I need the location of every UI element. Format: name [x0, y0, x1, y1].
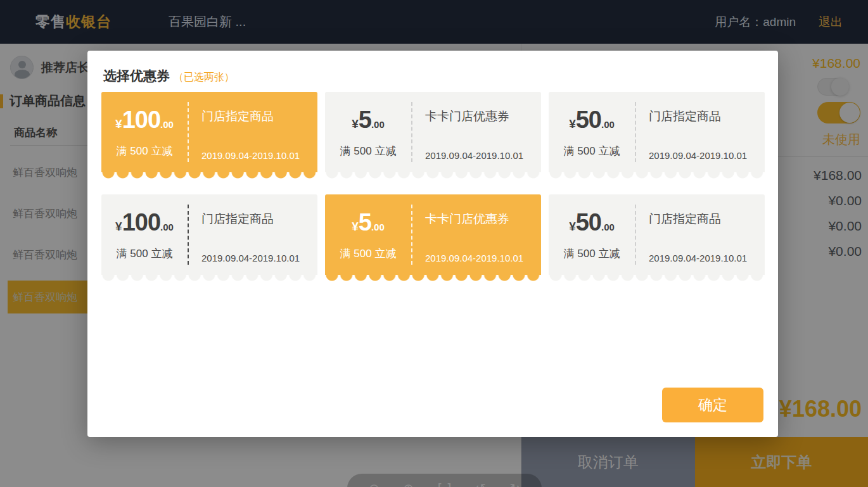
- coupon-title: 卡卡门店优惠券: [425, 108, 509, 125]
- coupon-divider: [411, 102, 412, 162]
- coupon-condition: 满 500 立减: [564, 246, 620, 261]
- coupon-scallop-edge: [101, 172, 317, 179]
- coupon-condition: 满 500 立减: [340, 246, 397, 261]
- coupon-title: 门店指定商品: [649, 211, 721, 227]
- coupon-date-range: 2019.09.04-2019.10.01: [201, 150, 300, 161]
- coupon-title: 门店指定商品: [649, 108, 721, 125]
- coupon-price: ¥5.00: [352, 106, 385, 134]
- selected-count-label: （已选两张）: [174, 71, 234, 84]
- coupon-scallop-edge: [325, 275, 541, 282]
- coupon-price: ¥100.00: [115, 209, 174, 236]
- coupon-condition: 满 500 立减: [117, 144, 173, 158]
- coupon-title: 门店指定商品: [201, 108, 274, 125]
- coupon-divider: [411, 205, 412, 265]
- coupon-date-range: 2019.09.04-2019.10.01: [649, 150, 747, 161]
- coupon-divider: [188, 102, 189, 162]
- coupon-scallop-edge: [549, 172, 765, 179]
- coupon-date-range: 2019.09.04-2019.10.01: [425, 253, 523, 263]
- coupon-title: 门店指定商品: [201, 211, 274, 227]
- coupon-divider: [635, 205, 636, 265]
- coupon-card[interactable]: ¥50.00 满 500 立减 门店指定商品 2019.09.04-2019.1…: [549, 194, 765, 275]
- coupon-date-range: 2019.09.04-2019.10.01: [201, 253, 300, 263]
- coupon-card[interactable]: ¥5.00 满 500 立减 卡卡门店优惠券 2019.09.04-2019.1…: [325, 194, 541, 275]
- coupon-card[interactable]: ¥5.00 满 500 立减 卡卡门店优惠券 2019.09.04-2019.1…: [325, 92, 541, 172]
- coupon-price: ¥5.00: [352, 209, 385, 236]
- coupon-select-modal: 选择优惠券 （已选两张） ¥100.00 满 500 立减 门店指定商品 201…: [87, 51, 778, 437]
- coupon-condition: 满 500 立减: [564, 144, 620, 158]
- modal-title: 选择优惠券: [103, 67, 170, 85]
- coupon-date-range: 2019.09.04-2019.10.01: [425, 150, 523, 161]
- coupon-scallop-edge: [549, 275, 765, 282]
- coupon-scallop-edge: [101, 275, 317, 282]
- coupon-scallop-edge: [325, 172, 541, 179]
- coupon-date-range: 2019.09.04-2019.10.01: [649, 253, 747, 263]
- coupon-price: ¥50.00: [569, 209, 615, 236]
- confirm-button[interactable]: 确定: [662, 388, 763, 422]
- coupon-price: ¥100.00: [115, 106, 174, 134]
- coupon-card[interactable]: ¥100.00 满 500 立减 门店指定商品 2019.09.04-2019.…: [101, 92, 317, 172]
- coupon-card[interactable]: ¥50.00 满 500 立减 门店指定商品 2019.09.04-2019.1…: [549, 92, 765, 172]
- coupon-title: 卡卡门店优惠券: [425, 211, 509, 227]
- pos-screen: 零售收银台 百果园白新 ... 用户名：admin 退出 推荐店长 订单商品信息…: [0, 0, 868, 487]
- coupon-divider: [635, 102, 636, 162]
- coupon-price: ¥50.00: [569, 106, 615, 134]
- coupon-divider: [188, 205, 189, 265]
- coupon-grid: ¥100.00 满 500 立减 门店指定商品 2019.09.04-2019.…: [101, 92, 765, 275]
- coupon-condition: 满 500 立减: [340, 144, 397, 158]
- coupon-card[interactable]: ¥100.00 满 500 立减 门店指定商品 2019.09.04-2019.…: [101, 194, 317, 275]
- coupon-condition: 满 500 立减: [117, 246, 173, 261]
